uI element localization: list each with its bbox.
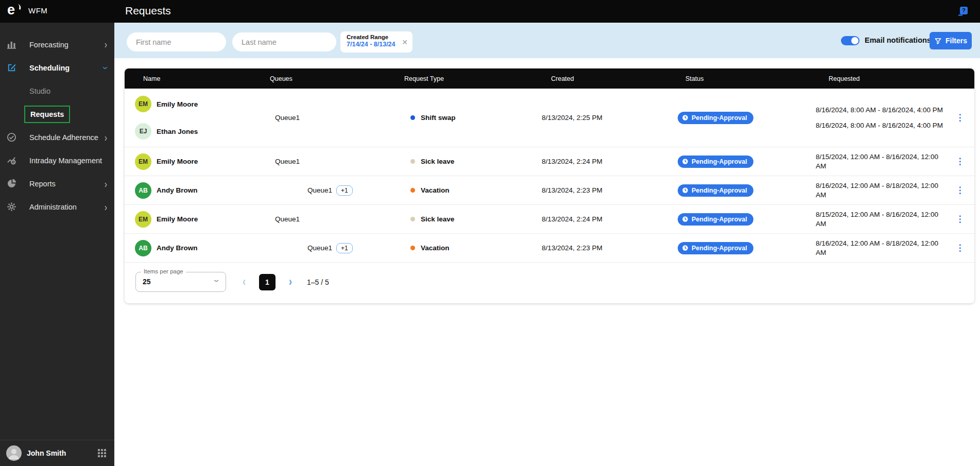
brand-name: WFM: [28, 6, 47, 15]
status-badge: Pending-Approval: [678, 184, 753, 197]
pagination: Items per page 25 › ‹ 1 › 1–5 / 5: [125, 263, 974, 303]
sidebar-nav: Forecasting›Scheduling›StudioRequestsSch…: [0, 23, 114, 218]
person: EMEmily Moore: [135, 211, 270, 228]
items-per-page-select[interactable]: Items per page 25 ›: [135, 272, 226, 292]
column-header-request-type: Request Type: [404, 75, 542, 82]
requested-range: 8/15/2024, 12:00 AM - 8/16/2024, 12:00 A…: [816, 210, 945, 228]
last-name-input[interactable]: [232, 32, 336, 51]
chevron-right-icon: ›: [105, 178, 107, 189]
sidebar-item-label: Scheduling: [29, 64, 70, 72]
edit-icon: [6, 63, 16, 73]
filters-button[interactable]: Filters: [930, 32, 972, 49]
email-notifications-label: Email notifications: [865, 36, 931, 44]
sidebar-item-scheduling[interactable]: Scheduling›: [0, 56, 114, 79]
request-type-dot: [410, 246, 415, 250]
created-cell: 8/13/2024, 2:24 PM: [542, 158, 678, 165]
extra-queues-badge[interactable]: +1: [336, 185, 353, 196]
requested-cell: 8/16/2024, 12:00 AM - 8/18/2024, 12:00 A…: [816, 176, 945, 204]
chip-value: 7/14/24 - 8/13/24: [347, 41, 397, 48]
table-row: EMEmily MooreEJEthan JonesQueue1Shift sw…: [125, 89, 974, 147]
request-type-dot: [410, 217, 415, 221]
avatar: EJ: [135, 123, 151, 140]
created-cell: 8/13/2024, 2:24 PM: [542, 215, 678, 223]
status-label: Pending-Approval: [692, 158, 747, 165]
items-per-page-value: 25: [143, 278, 151, 286]
table-row: ABAndy BrownQueue1+1Vacation8/13/2024, 2…: [125, 176, 974, 204]
sidebar-item-label: Schedule Adherence: [29, 133, 98, 142]
requested-range: 8/16/2024, 12:00 AM - 8/18/2024, 12:00 A…: [816, 239, 945, 257]
menu-cell: ⋮: [945, 185, 974, 196]
queue-name: Queue1: [307, 244, 332, 252]
name-cell: ABAndy Brown: [135, 235, 270, 262]
status-label: Pending-Approval: [692, 216, 747, 223]
requested-cell: 8/16/2024, 12:00 AM - 8/18/2024, 12:00 A…: [816, 234, 945, 262]
request-type-cell: Vacation: [404, 186, 542, 194]
sidebar-item-requests[interactable]: Requests: [0, 102, 114, 126]
person: EMEmily Moore: [135, 153, 270, 170]
sidebar-item-label: Intraday Management: [29, 157, 102, 165]
sidebar-item-label: Reports: [29, 180, 56, 188]
requested-range: 8/16/2024, 12:00 AM - 8/18/2024, 12:00 A…: [816, 181, 945, 199]
requested-cell: 8/15/2024, 12:00 AM - 8/16/2024, 12:00 A…: [816, 205, 945, 233]
close-icon[interactable]: ✕: [402, 38, 408, 46]
name-cell: EMEmily MooreEJEthan Jones: [135, 91, 270, 145]
sidebar-item-reports[interactable]: Reports›: [0, 172, 114, 195]
row-menu-button[interactable]: ⋮: [956, 214, 965, 224]
row-menu-button[interactable]: ⋮: [956, 157, 965, 166]
sidebar-item-studio[interactable]: Studio: [0, 79, 114, 102]
email-notifications-toggle[interactable]: [841, 36, 859, 45]
row-menu-button[interactable]: ⋮: [956, 185, 965, 195]
sidebar-item-schedule-adherence[interactable]: Schedule Adherence›: [0, 126, 114, 149]
sidebar-item-intraday-management[interactable]: Intraday Management: [0, 149, 114, 172]
sidebar: Forecasting›Scheduling›StudioRequestsSch…: [0, 23, 114, 466]
sidebar-item-label: Forecasting: [29, 41, 68, 49]
row-menu-button[interactable]: ⋮: [956, 113, 965, 123]
request-type-cell: Sick leave: [404, 215, 542, 223]
row-menu-button[interactable]: ⋮: [956, 243, 965, 253]
bar-chart-icon: [6, 40, 16, 50]
page-range-label: 1–5 / 5: [307, 278, 329, 286]
status-cell: Pending-Approval: [678, 156, 816, 168]
requested-range: 8/16/2024, 8:00 AM - 8/16/2024, 4:00 PM: [816, 121, 945, 130]
check-circle-icon: [6, 132, 16, 143]
person-name: Emily Moore: [157, 158, 198, 165]
request-type-cell: Sick leave: [404, 158, 542, 165]
column-header-queues: Queues: [270, 75, 404, 82]
top-bar: e WFM Requests ?: [0, 0, 980, 23]
filter-bar: Created Range 7/14/24 - 8/13/24 ✕ Email …: [114, 23, 980, 58]
sidebar-item-administration[interactable]: Administration›: [0, 195, 114, 218]
person: ABAndy Brown: [135, 182, 270, 199]
extra-queues-badge[interactable]: +1: [336, 243, 353, 253]
queues-cell: Queue1+1: [270, 185, 404, 196]
brand-logo-icon: e: [7, 3, 25, 20]
first-name-input[interactable]: [127, 32, 226, 51]
previous-page-button[interactable]: ‹: [243, 275, 246, 289]
request-type-cell: Shift swap: [404, 114, 542, 122]
queues-cell: Queue1+1: [270, 243, 404, 253]
next-page-button[interactable]: ›: [289, 275, 292, 289]
user-row[interactable]: John Smith: [0, 440, 114, 466]
pending-clock-icon: [682, 114, 689, 121]
created-range-chip[interactable]: Created Range 7/14/24 - 8/13/24 ✕: [340, 31, 412, 53]
help-icon[interactable]: ?: [960, 7, 968, 14]
table-row: ABAndy BrownQueue1+1Vacation8/13/2024, 2…: [125, 233, 974, 263]
status-label: Pending-Approval: [692, 114, 747, 122]
queues-cell: Queue1: [270, 215, 404, 223]
person: ABAndy Brown: [135, 240, 270, 256]
sidebar-item-label: Administration: [29, 203, 77, 211]
request-type-label: Sick leave: [421, 158, 454, 165]
column-header-requested: Requested: [816, 75, 945, 82]
current-page-button[interactable]: 1: [259, 274, 276, 290]
apps-grid-icon[interactable]: [98, 449, 106, 457]
request-type-dot: [410, 159, 415, 164]
pending-clock-icon: [682, 158, 689, 165]
sidebar-item-forecasting[interactable]: Forecasting›: [0, 33, 114, 56]
requested-cell: 8/16/2024, 8:00 AM - 8/16/2024, 4:00 PM8…: [816, 100, 945, 135]
table-header-row: Name Queues Request Type Created Status …: [125, 68, 974, 89]
menu-cell: ⋮: [945, 243, 974, 253]
person-name: Emily Moore: [157, 215, 198, 223]
request-type-cell: Vacation: [404, 244, 542, 252]
chevron-down-icon: ›: [212, 280, 224, 282]
menu-cell: ⋮: [945, 112, 974, 123]
table-body: EMEmily MooreEJEthan JonesQueue1Shift sw…: [125, 89, 974, 263]
